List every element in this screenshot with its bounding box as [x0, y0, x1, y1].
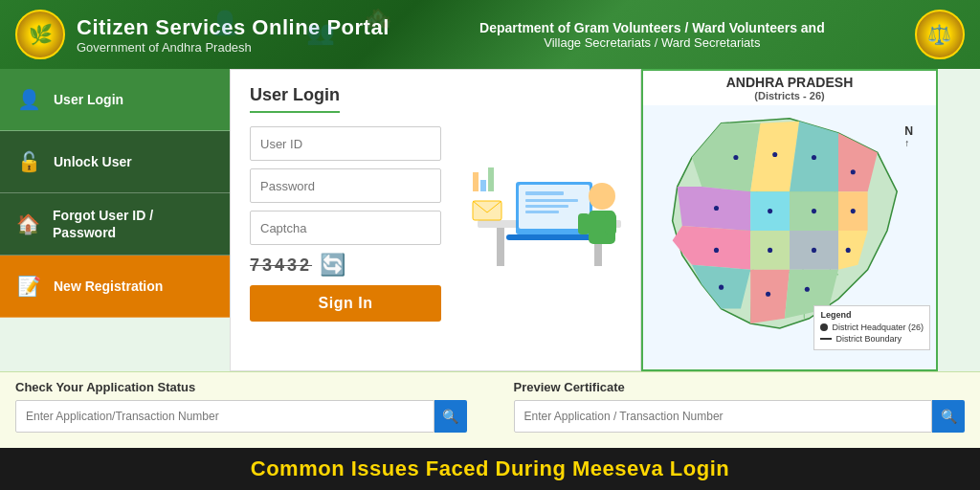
svg-point-51: [846, 248, 851, 253]
sidebar-item-new-registration[interactable]: 📝 New Registration: [0, 256, 230, 318]
password-input[interactable]: [250, 168, 441, 203]
svg-point-43: [851, 169, 856, 174]
preview-certificate-section: Preview Certificate 🔍: [514, 380, 966, 433]
header-subtitle: Government of Andhra Pradesh: [77, 40, 390, 55]
svg-point-46: [812, 209, 816, 213]
svg-point-41: [772, 152, 777, 157]
svg-point-48: [714, 248, 719, 253]
svg-point-45: [768, 209, 772, 213]
header-dept-line1: Department of Gram Volunteers / Ward Vol…: [479, 20, 825, 35]
sidebar-item-unlock-user[interactable]: 🔓 Unlock User: [0, 131, 230, 193]
svg-point-44: [714, 206, 719, 211]
preview-certificate-input-row: 🔍: [514, 400, 966, 433]
status-bar: Check Your Application Status 🔍 Preview …: [0, 371, 980, 448]
sidebar-item-label-new-registration: New Registration: [54, 278, 163, 295]
check-status-section: Check Your Application Status 🔍: [15, 380, 467, 433]
header-title: Citizen Services Online Portal: [77, 15, 390, 40]
login-form: 73432 🔄 Sign In: [250, 126, 621, 322]
check-status-label: Check Your Application Status: [15, 380, 467, 394]
preview-search-icon: 🔍: [941, 409, 957, 424]
svg-text:↑: ↑: [904, 138, 909, 148]
legend-dot-icon: [820, 323, 828, 331]
header-logo: 🌿: [15, 10, 65, 59]
captcha-value: 73432: [250, 256, 312, 276]
preview-certificate-label: Preview Certificate: [514, 380, 966, 394]
legend-title: Legend: [820, 310, 924, 320]
captcha-row: 73432 🔄: [250, 253, 621, 278]
svg-marker-38: [750, 270, 790, 323]
user-login-icon: 👤: [15, 88, 42, 111]
legend-line-icon: [820, 338, 832, 340]
bottom-banner: Common Issues Faced During Meeseva Login: [0, 448, 980, 490]
svg-marker-29: [678, 187, 751, 231]
map-legend: Legend District Headquater (26) District…: [813, 305, 930, 350]
preview-search-button[interactable]: 🔍: [932, 400, 965, 433]
sidebar-item-forgot-password[interactable]: 🏠 Forgot User ID / Password: [0, 193, 230, 256]
captcha-input[interactable]: [250, 211, 441, 245]
svg-point-52: [719, 285, 724, 290]
user-id-input[interactable]: [250, 126, 441, 161]
header-title-block: Citizen Services Online Portal Governmen…: [77, 15, 390, 55]
svg-point-40: [733, 155, 738, 160]
svg-point-49: [768, 248, 772, 253]
check-status-search-button[interactable]: 🔍: [434, 400, 467, 433]
header-emblem: ⚖️: [915, 10, 965, 59]
legend-item-headquater: District Headquater (26): [820, 323, 924, 332]
emblem-icon: ⚖️: [927, 23, 951, 46]
preview-certificate-input[interactable]: [514, 400, 933, 433]
map-subtitle-text: (Districts - 26): [647, 90, 932, 101]
sidebar-item-label-user-login: User Login: [54, 91, 123, 108]
login-title: User Login: [250, 85, 340, 113]
map-title: ANDHRA PRADESH (Districts - 26): [643, 71, 936, 105]
main-area: 👤 User Login 🔓 Unlock User 🏠 Forgot User…: [0, 69, 980, 371]
legend-label-hq: District Headquater (26): [832, 323, 924, 332]
new-registration-icon: 📝: [15, 275, 42, 298]
svg-point-42: [812, 155, 816, 160]
svg-text:N: N: [904, 124, 913, 138]
check-search-icon: 🔍: [442, 409, 458, 424]
header-center: Department of Gram Volunteers / Ward Vol…: [479, 20, 825, 50]
sidebar-item-label-unlock-user: Unlock User: [54, 153, 132, 170]
sidebar: 👤 User Login 🔓 Unlock User 🏠 Forgot User…: [0, 69, 230, 371]
signin-button[interactable]: Sign In: [250, 285, 441, 322]
svg-marker-25: [692, 123, 760, 191]
header-left: 🌿 Citizen Services Online Portal Governm…: [15, 10, 390, 59]
legend-label-boundary: District Boundary: [835, 334, 902, 344]
legend-item-boundary: District Boundary: [820, 334, 924, 344]
captcha-refresh-icon[interactable]: 🔄: [320, 253, 345, 278]
login-area: User Login 73432 🔄 Sign In: [230, 69, 641, 371]
check-status-input[interactable]: [15, 400, 434, 433]
forgot-password-icon: 🏠: [15, 212, 41, 235]
svg-point-47: [851, 209, 856, 213]
bottom-banner-text: Common Issues Faced During Meeseva Login: [251, 457, 729, 481]
map-canvas: N ↑ Legend District Headquater (26) Dist…: [643, 105, 936, 356]
sidebar-item-label-forgot-password: Forgot User ID / Password: [53, 207, 214, 241]
unlock-user-icon: 🔓: [15, 150, 42, 173]
header: 👤 👥 🏘️ 🌿 Citizen Services Online Portal …: [0, 0, 980, 69]
check-status-input-row: 🔍: [15, 400, 467, 433]
header-dept-line2: Village Secretariats / Ward Secretariats: [479, 35, 825, 50]
map-area: ANDHRA PRADESH (Districts - 26): [641, 69, 938, 371]
sidebar-item-user-login[interactable]: 👤 User Login: [0, 69, 230, 131]
svg-point-50: [812, 248, 816, 253]
svg-marker-33: [673, 226, 751, 270]
header-right: ⚖️: [915, 10, 965, 59]
svg-point-54: [805, 287, 810, 292]
logo-icon: 🌿: [29, 23, 53, 46]
svg-point-53: [766, 292, 770, 297]
map-title-text: ANDHRA PRADESH: [647, 75, 932, 90]
